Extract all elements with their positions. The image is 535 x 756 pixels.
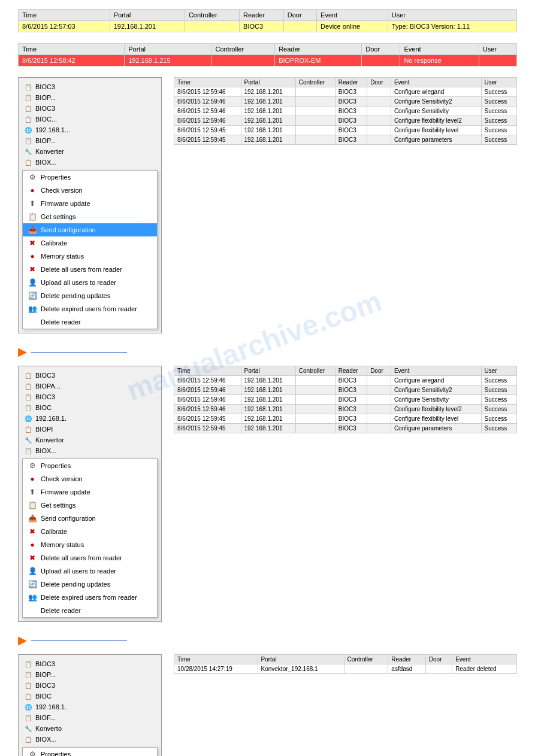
result-table-1: Time Portal Controller Reader Door Event… <box>174 77 517 145</box>
tree-label: BIOP... <box>35 671 56 678</box>
menu-label: Firmware update <box>41 200 90 207</box>
menu-item-memory-status[interactable]: ● Memory status <box>23 538 157 551</box>
menu-item-properties[interactable]: ⚙ Properties <box>23 459 157 472</box>
arrow-icon-2: ▶ <box>18 634 26 647</box>
menu-label: Memory status <box>41 253 84 260</box>
cell-reader: BIOC3 <box>335 395 367 405</box>
event-table-1: Time Portal Controller Reader Door Event… <box>18 9 517 32</box>
menu-item-firmware-update[interactable]: ⬆ Firmware update <box>23 197 157 210</box>
col-event-1: Event <box>317 10 388 21</box>
cell-reader: BIOC3 <box>335 126 367 135</box>
tree-item: 📋 BIOF... <box>22 712 158 723</box>
col-h: Portal <box>241 366 295 376</box>
cell-reader: BIOC3 <box>335 376 367 385</box>
menu-item-memory-status[interactable]: ● Memory status <box>23 250 157 263</box>
panel-right-3: Time Portal Controller Reader Door Event… <box>174 654 517 674</box>
cell-portal: 192.168.1.201 <box>241 87 295 97</box>
cell-event: Device online <box>317 21 388 32</box>
menu-item-delete-pending[interactable]: 🔄 Delete pending updates <box>23 578 157 591</box>
get-settings-icon: 📋 <box>28 212 37 221</box>
context-panel-3: 📋 BIOC3 📋 BIOP... 📋 BIOC3 📋 BIOC 🌐 <box>18 654 517 756</box>
menu-item-delete-all-users[interactable]: ✖ Delete all users from reader <box>23 263 157 276</box>
menu-item-calibrate[interactable]: ✖ Calibrate <box>23 525 157 538</box>
cell-controller <box>295 385 335 395</box>
menu-item-delete-reader[interactable]: Delete reader <box>23 315 157 329</box>
menu-item-calibrate[interactable]: ✖ Calibrate <box>23 236 157 250</box>
cell-door <box>362 55 400 66</box>
menu-item-properties[interactable]: ⚙ Properties <box>23 171 157 184</box>
cell-door <box>367 135 391 145</box>
tree-item: 🔧 Konverter <box>22 146 158 157</box>
menu-item-delete-reader[interactable]: Delete reader <box>23 604 157 617</box>
cell-controller <box>295 87 335 97</box>
device-tree-3: 📋 BIOC3 📋 BIOP... 📋 BIOC3 📋 BIOC 🌐 <box>18 654 162 756</box>
menu-item-delete-pending[interactable]: 🔄 Delete pending updates <box>23 289 157 302</box>
menu-item-get-settings[interactable]: 📋 Get settings <box>23 210 157 223</box>
cell-time: 8/6/2015 12:59:46 <box>174 405 241 414</box>
col-time-2: Time <box>19 44 125 55</box>
tree-node-icon: 🔧 <box>23 435 33 445</box>
arrow-line-1 <box>31 352 127 353</box>
cell-portal: 192.168.1.201 <box>241 107 295 116</box>
col-event-2: Event <box>400 44 479 55</box>
menu-item-send-config[interactable]: 📤 Send configuration <box>23 512 157 525</box>
tree-node-icon: 🌐 <box>23 125 33 135</box>
event-table-2: Time Portal Controller Reader Door Event… <box>18 43 517 66</box>
menu-label: Check version <box>41 187 83 194</box>
col-h: Time <box>174 366 241 376</box>
result-table-3: Time Portal Controller Reader Door Event… <box>174 654 517 674</box>
menu-item-firmware-update[interactable]: ⬆ Firmware update <box>23 485 157 499</box>
panel-right-2: Time Portal Controller Reader Door Event… <box>174 366 517 433</box>
menu-item-delete-expired[interactable]: 👥 Delete expired users from reader <box>23 302 157 315</box>
col-h: Door <box>425 655 452 664</box>
tree-label: BIOC... <box>35 116 57 123</box>
tree-node-icon: 🌐 <box>23 414 33 423</box>
tree-node-icon: 📋 <box>23 403 33 412</box>
tree-label: BIOC3 <box>35 682 55 689</box>
arrow-line-2 <box>31 640 127 641</box>
cell-user: Success <box>481 126 516 135</box>
cell-event: Configure flexibility level <box>391 414 481 424</box>
menu-item-check-version[interactable]: ● Check version <box>23 472 157 485</box>
table-row: 8/6/2015 12:59:46192.168.1.201BIOC3Confi… <box>174 376 517 385</box>
tree-item: 📋 BIOC3 <box>22 370 158 381</box>
tree-node-icon: 📋 <box>23 93 33 102</box>
properties-icon: ⚙ <box>28 749 37 756</box>
col-door-1: Door <box>283 10 316 21</box>
upload-users-icon: 👤 <box>28 278 37 287</box>
tree-node-icon: 🔧 <box>23 147 33 156</box>
cell-time: 8/6/2015 12:59:46 <box>174 107 241 116</box>
tree-node-icon: 📋 <box>23 659 33 669</box>
delete-pending-icon: 🔄 <box>28 579 37 589</box>
cell-user: Success <box>481 405 516 414</box>
cell-event: Configure flexibility level <box>391 126 481 135</box>
cell-portal: Konvektor_192.168.1 <box>258 664 344 674</box>
arrow-row-2: ▶ <box>18 634 517 647</box>
col-door-2: Door <box>362 44 400 55</box>
menu-item-upload-users[interactable]: 👤 Upload all users to reader <box>23 276 157 289</box>
cell-door <box>367 376 391 385</box>
tree-item: 📋 BIOP... <box>22 135 158 146</box>
menu-item-upload-users[interactable]: 👤 Upload all users to reader <box>23 564 157 578</box>
menu-item-send-config[interactable]: 📤 Send configuration <box>23 223 157 236</box>
cell-controller <box>295 395 335 405</box>
menu-item-delete-expired[interactable]: 👥 Delete expired users from reader <box>23 591 157 604</box>
menu-item-get-settings[interactable]: 📋 Get settings <box>23 499 157 512</box>
tree-label: BIOC3 <box>35 83 55 90</box>
cell-door <box>425 664 452 674</box>
get-settings-icon: 📋 <box>28 500 37 510</box>
properties-icon: ⚙ <box>28 172 37 182</box>
menu-item-properties[interactable]: ⚙ Properties <box>23 748 157 756</box>
col-h: Portal <box>241 78 295 87</box>
menu-item-delete-all-users[interactable]: ✖ Delete all users from reader <box>23 551 157 564</box>
table-row: 8/6/2015 12:59:45192.168.1.201BIOC3Confi… <box>174 135 517 145</box>
menu-item-check-version[interactable]: ● Check version <box>23 184 157 197</box>
upload-users-icon: 👤 <box>28 566 37 576</box>
properties-icon: ⚙ <box>28 461 37 470</box>
cell-controller <box>295 135 335 145</box>
menu-label: Delete expired users from reader <box>41 594 137 601</box>
tree-node-icon: 📋 <box>23 104 33 113</box>
tree-node-icon: 📋 <box>23 136 33 145</box>
tree-item: 🔧 Konverto <box>22 723 158 734</box>
cell-user: Success <box>481 116 516 126</box>
